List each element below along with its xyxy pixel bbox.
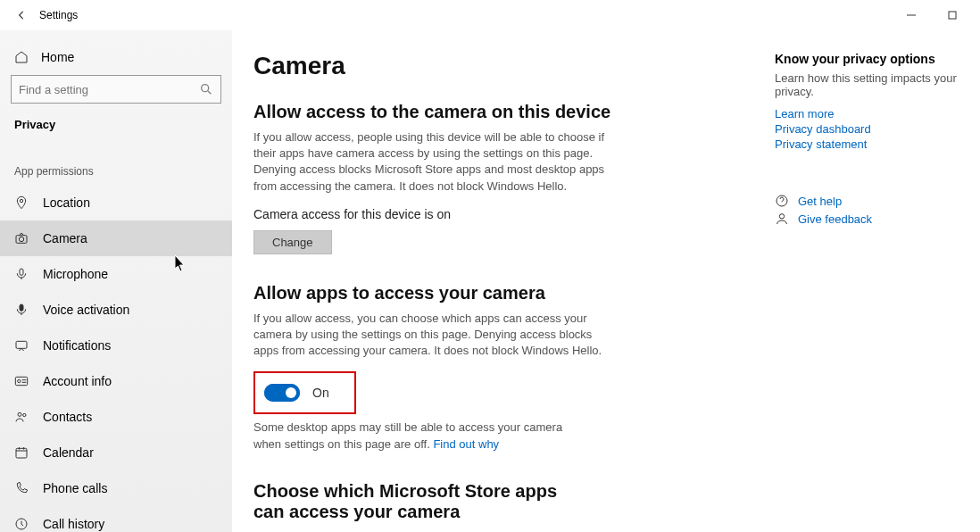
sidebar-item-label: Notifications	[43, 338, 111, 353]
svg-rect-0	[949, 12, 956, 19]
privacy-statement-link[interactable]: Privacy statement	[775, 137, 962, 151]
sidebar-item-calendar[interactable]: Calendar	[0, 435, 232, 470]
section2-title: Allow apps to access your camera	[253, 283, 753, 303]
home-icon	[14, 50, 29, 64]
page-heading: Camera	[253, 52, 753, 80]
location-icon	[14, 195, 29, 210]
maximize-icon	[948, 11, 957, 20]
sidebar-item-contacts[interactable]: Contacts	[0, 399, 232, 435]
sidebar-item-call-history[interactable]: Call history	[0, 506, 232, 532]
svg-point-2	[20, 199, 22, 202]
svg-rect-12	[16, 448, 27, 458]
help-icon	[775, 194, 789, 208]
sidebar-item-label: Microphone	[43, 267, 108, 281]
change-button[interactable]: Change	[253, 230, 332, 254]
sidebar-item-label: Call history	[43, 517, 104, 531]
svg-point-4	[19, 237, 23, 241]
svg-point-9	[18, 379, 21, 382]
allow-apps-toggle[interactable]	[264, 384, 300, 402]
sidebar-item-location[interactable]: Location	[0, 185, 232, 220]
sidebar-item-label: Account info	[43, 374, 112, 388]
minimize-icon	[907, 11, 916, 20]
home-label: Home	[41, 50, 74, 64]
section2-note: Some desktop apps may still be able to a…	[253, 420, 593, 452]
sidebar-item-label: Phone calls	[43, 481, 107, 495]
get-help-link[interactable]: Get help	[798, 195, 842, 208]
section1-desc: If you allow access, people using this d…	[253, 129, 610, 195]
get-help-row[interactable]: Get help	[775, 194, 962, 208]
home-button[interactable]: Home	[0, 39, 232, 75]
section3-title: Choose which Microsoft Store apps can ac…	[253, 481, 593, 522]
search-input[interactable]	[19, 83, 199, 96]
search-box[interactable]	[11, 75, 221, 104]
right-panel: Know your privacy options Learn how this…	[766, 52, 962, 532]
section2-desc: If you allow access, you can choose whic…	[253, 311, 610, 360]
calendar-icon	[14, 445, 29, 460]
svg-point-11	[23, 413, 26, 416]
back-button[interactable]	[7, 1, 36, 29]
contacts-icon	[14, 410, 29, 424]
learn-more-link[interactable]: Learn more	[775, 107, 962, 121]
arrow-left-icon	[15, 9, 28, 21]
privacy-dashboard-link[interactable]: Privacy dashboard	[775, 122, 962, 136]
sidebar-item-phone-calls[interactable]: Phone calls	[0, 470, 232, 506]
sidebar-item-camera[interactable]: Camera	[0, 220, 232, 256]
sidebar-item-label: Location	[43, 195, 90, 210]
account-icon	[14, 374, 29, 388]
notifications-icon	[14, 338, 29, 353]
sidebar-item-voice-activation[interactable]: Voice activation	[0, 292, 232, 328]
voice-icon	[14, 303, 29, 317]
right-desc: Learn how this setting impacts your priv…	[775, 71, 962, 98]
phone-icon	[14, 481, 29, 495]
sidebar-item-label: Camera	[43, 231, 87, 245]
right-heading: Know your privacy options	[775, 52, 962, 66]
history-icon	[14, 517, 29, 531]
section1-status: Camera access for this device is on	[253, 207, 753, 221]
maximize-button[interactable]	[932, 1, 973, 29]
svg-point-1	[202, 85, 209, 92]
section1-title: Allow access to the camera on this devic…	[253, 102, 753, 122]
svg-rect-6	[20, 304, 23, 311]
sidebar: Home Privacy App permissions Location Ca…	[0, 30, 232, 532]
svg-point-15	[779, 214, 784, 219]
allow-apps-toggle-highlight: On	[253, 371, 356, 414]
find-out-why-link[interactable]: Find out why	[433, 437, 499, 451]
main-content: Camera Allow access to the camera on thi…	[253, 52, 753, 532]
category-label: Privacy	[0, 111, 232, 149]
window-title: Settings	[39, 9, 78, 21]
sidebar-item-label: Contacts	[43, 410, 92, 424]
give-feedback-row[interactable]: Give feedback	[775, 212, 962, 226]
search-icon	[199, 82, 213, 96]
sidebar-item-label: Voice activation	[43, 303, 129, 317]
sidebar-item-microphone[interactable]: Microphone	[0, 256, 232, 292]
toggle-state-label: On	[312, 386, 329, 400]
svg-rect-7	[16, 341, 27, 348]
sidebar-item-notifications[interactable]: Notifications	[0, 328, 232, 363]
svg-point-10	[18, 412, 21, 416]
cursor-icon	[175, 255, 187, 273]
feedback-icon	[775, 212, 789, 226]
microphone-icon	[14, 267, 29, 281]
svg-rect-5	[20, 269, 23, 275]
group-label: App permissions	[0, 149, 232, 185]
minimize-button[interactable]	[891, 1, 932, 29]
sidebar-item-account-info[interactable]: Account info	[0, 363, 232, 399]
camera-icon	[14, 231, 29, 245]
note-text: Some desktop apps may still be able to a…	[253, 420, 562, 450]
give-feedback-link[interactable]: Give feedback	[798, 212, 872, 226]
sidebar-item-label: Calendar	[43, 445, 94, 460]
